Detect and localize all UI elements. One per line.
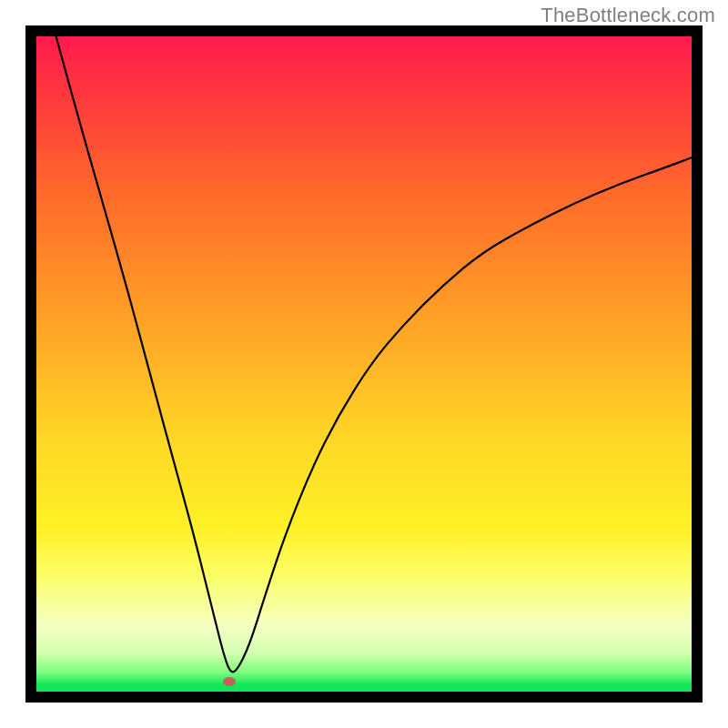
watermark-text: TheBottleneck.com <box>541 4 715 27</box>
chart-frame <box>25 25 703 703</box>
bottleneck-curve <box>36 36 692 692</box>
chart-plot-area <box>36 36 692 692</box>
optimal-point-marker <box>223 677 236 686</box>
